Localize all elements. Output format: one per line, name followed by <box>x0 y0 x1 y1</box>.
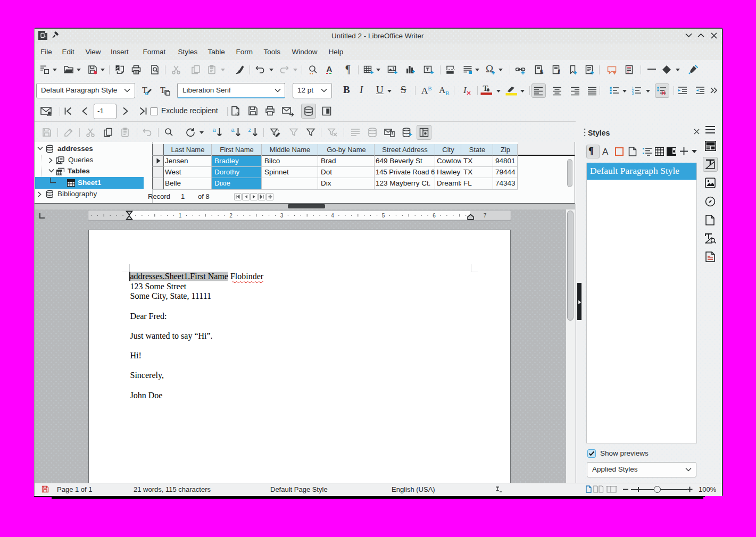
svg-text:1: 1 <box>541 69 543 74</box>
svg-text:¶: ¶ <box>345 64 350 75</box>
svg-text:3: 3 <box>632 91 634 95</box>
svg-text:I: I <box>463 85 467 95</box>
svg-text:a: a <box>231 127 235 133</box>
svg-text:7: 7 <box>484 213 487 219</box>
svg-text:i: i <box>558 69 560 74</box>
svg-text:A: A <box>327 64 333 73</box>
svg-text:z: z <box>248 127 252 133</box>
svg-text:3: 3 <box>280 213 284 219</box>
svg-text:6: 6 <box>433 213 436 219</box>
svg-text:T: T <box>142 86 147 95</box>
svg-text:1: 1 <box>179 213 182 219</box>
svg-text:2: 2 <box>229 213 232 219</box>
svg-text:T: T <box>483 84 488 93</box>
svg-text:5: 5 <box>382 213 385 219</box>
svg-text:4: 4 <box>331 213 334 219</box>
svg-text:a: a <box>213 127 217 133</box>
